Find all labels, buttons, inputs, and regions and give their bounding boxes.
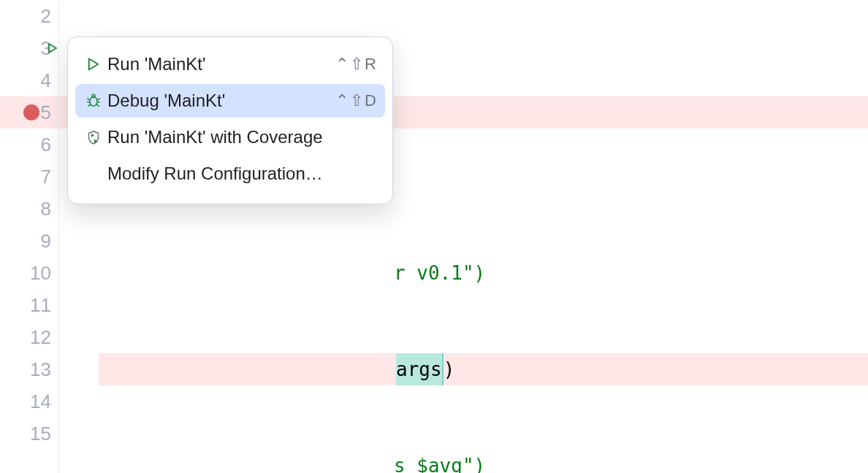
- line-number: 5: [41, 96, 51, 128]
- line-number: 12: [30, 321, 51, 353]
- line-number: 15: [30, 418, 51, 450]
- menu-item-label: Debug 'MainKt': [107, 85, 335, 117]
- menu-item-shortcut: ⌃⇧R: [335, 48, 378, 80]
- line-number: 10: [30, 257, 51, 289]
- line-number: 14: [30, 385, 51, 418]
- menu-item-run[interactable]: Run 'MainKt' ⌃⇧R: [75, 47, 385, 81]
- menu-item-label: Modify Run Configuration…: [107, 158, 378, 190]
- line-number: 11: [30, 289, 51, 321]
- debug-icon: [80, 93, 107, 109]
- coverage-icon: [80, 129, 107, 145]
- svg-point-1: [92, 94, 95, 97]
- line-number: 8: [41, 193, 51, 225]
- menu-item-debug[interactable]: Debug 'MainKt' ⌃⇧D: [75, 84, 385, 118]
- line-number: 6: [41, 128, 51, 161]
- svg-point-0: [90, 97, 97, 107]
- code-line: s $avg"): [99, 450, 868, 473]
- line-number: 2: [41, 0, 51, 32]
- line-number: 9: [41, 225, 51, 257]
- gutter[interactable]: 2 3 4 5 6 7 8 9 10 11 12 13 14 15: [0, 0, 58, 473]
- line-number: 7: [41, 161, 51, 193]
- run-icon: [80, 57, 107, 72]
- code-line: ..........................args ): [99, 353, 868, 385]
- menu-item-label: Run 'MainKt': [107, 48, 335, 80]
- run-context-menu: Run 'MainKt' ⌃⇧R Debug 'MainKt' ⌃⇧D: [67, 36, 393, 204]
- code-editor: 2 3 4 5 6 7 8 9 10 11 12 13 14 15 g>) { …: [0, 0, 868, 473]
- menu-item-modify-configuration[interactable]: Modify Run Configuration…: [75, 157, 385, 191]
- menu-item-coverage[interactable]: Run 'MainKt' with Coverage: [75, 120, 385, 154]
- menu-item-shortcut: ⌃⇧D: [335, 85, 378, 117]
- code-line: r v0.1"): [99, 257, 868, 289]
- menu-item-label: Run 'MainKt' with Coverage: [107, 121, 378, 153]
- line-number: 4: [41, 64, 51, 96]
- breakpoint-icon[interactable]: [23, 104, 39, 120]
